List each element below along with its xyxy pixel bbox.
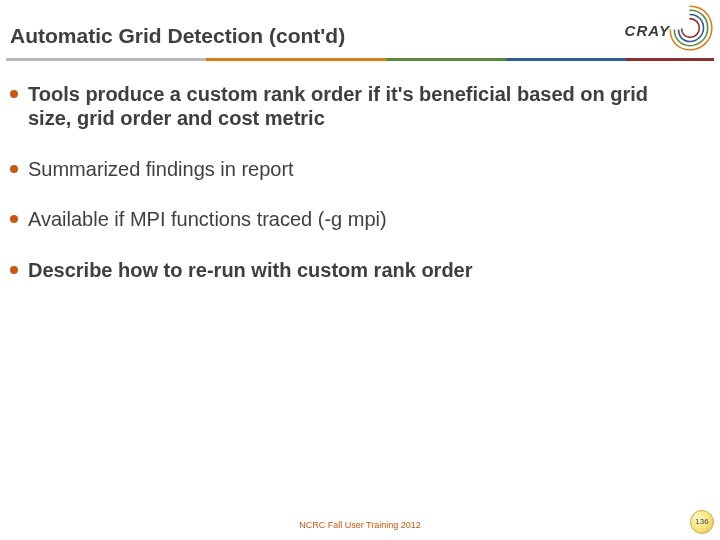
bullet-icon <box>10 165 18 173</box>
swirl-icon <box>664 2 716 54</box>
page-number-badge: 136 <box>690 510 714 534</box>
badge-circle: 136 <box>690 510 714 534</box>
bullet-icon <box>10 266 18 274</box>
header-divider <box>6 58 714 61</box>
svg-rect-1 <box>206 58 386 61</box>
slide-content: Tools produce a custom rank order if it'… <box>10 82 696 308</box>
svg-rect-4 <box>626 58 714 61</box>
brand-logo: CRAY <box>570 0 720 56</box>
bullet-text: Summarized findings in report <box>28 157 294 181</box>
bullet-text: Describe how to re-run with custom rank … <box>28 258 473 282</box>
slide-header: Automatic Grid Detection (cont'd) CRAY <box>0 0 720 62</box>
slide-title: Automatic Grid Detection (cont'd) <box>10 24 345 48</box>
svg-rect-0 <box>6 58 206 61</box>
bullet-icon <box>10 90 18 98</box>
svg-rect-2 <box>386 58 506 61</box>
svg-rect-3 <box>506 58 626 61</box>
list-item: Describe how to re-run with custom rank … <box>10 258 696 282</box>
bullet-icon <box>10 215 18 223</box>
list-item: Available if MPI functions traced (-g mp… <box>10 207 696 231</box>
bullet-text: Available if MPI functions traced (-g mp… <box>28 207 387 231</box>
list-item: Summarized findings in report <box>10 157 696 181</box>
bullet-text: Tools produce a custom rank order if it'… <box>28 82 696 131</box>
slide: Automatic Grid Detection (cont'd) CRAY <box>0 0 720 540</box>
list-item: Tools produce a custom rank order if it'… <box>10 82 696 131</box>
slide-footer: NCRC Fall User Training 2012 <box>0 520 720 530</box>
page-number: 136 <box>695 518 708 526</box>
